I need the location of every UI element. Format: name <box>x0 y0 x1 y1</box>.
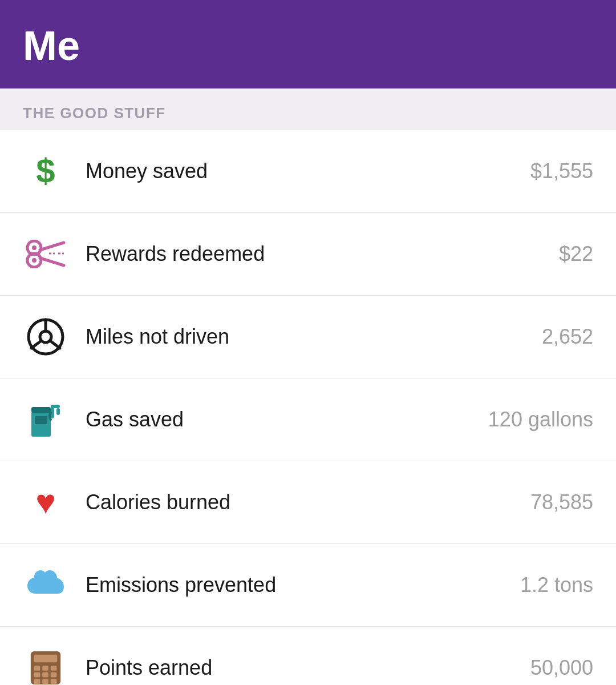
svg-line-4 <box>40 243 64 250</box>
points-earned-label: Points earned <box>86 656 530 680</box>
calculator-icon <box>23 645 68 685</box>
calories-burned-value: 78,585 <box>530 490 593 514</box>
list-item: Emissions prevented 1.2 tons <box>0 544 616 627</box>
svg-rect-27 <box>34 679 40 684</box>
svg-rect-22 <box>42 666 48 671</box>
miles-not-driven-label: Miles not driven <box>86 325 542 349</box>
header: Me <box>0 0 616 88</box>
steering-wheel-icon <box>23 314 68 360</box>
points-earned-value: 50,000 <box>530 656 593 680</box>
money-saved-label: Money saved <box>86 159 530 183</box>
svg-rect-21 <box>34 666 40 671</box>
rewards-redeemed-value: $22 <box>559 242 593 266</box>
emissions-prevented-label: Emissions prevented <box>86 573 520 597</box>
svg-rect-18 <box>31 407 51 413</box>
svg-line-5 <box>40 258 64 265</box>
svg-rect-20 <box>34 655 58 663</box>
list-item: Miles not driven 2,652 <box>0 296 616 378</box>
heart-icon: ♥ <box>23 480 68 525</box>
svg-point-3 <box>32 258 37 263</box>
list-item: Points earned 50,000 <box>0 627 616 685</box>
money-saved-value: $1,555 <box>530 159 593 183</box>
gas-pump-icon <box>23 397 68 442</box>
svg-rect-25 <box>42 672 48 678</box>
scissors-icon <box>23 231 68 277</box>
section-header: THE GOOD STUFF <box>0 88 616 130</box>
page-title: Me <box>23 25 80 66</box>
stats-list: $ Money saved $1,555 Rewards redeemed $2… <box>0 130 616 685</box>
svg-rect-28 <box>42 679 48 684</box>
svg-rect-17 <box>56 408 60 415</box>
list-item: Gas saved 120 gallons <box>0 378 616 461</box>
list-item: Rewards redeemed $22 <box>0 213 616 296</box>
svg-rect-23 <box>51 666 57 671</box>
svg-rect-16 <box>51 405 60 408</box>
svg-rect-14 <box>35 416 47 424</box>
section-label: THE GOOD STUFF <box>23 104 166 122</box>
cloud-icon <box>23 562 68 608</box>
calories-burned-label: Calories burned <box>86 490 530 514</box>
miles-not-driven-value: 2,652 <box>542 325 593 349</box>
emissions-prevented-value: 1.2 tons <box>520 573 593 597</box>
rewards-redeemed-label: Rewards redeemed <box>86 242 559 266</box>
svg-rect-24 <box>34 672 40 678</box>
dollar-icon: $ <box>23 148 68 194</box>
gas-saved-value: 120 gallons <box>488 408 593 432</box>
svg-rect-29 <box>51 679 57 684</box>
svg-point-2 <box>32 245 37 250</box>
svg-rect-26 <box>51 672 57 678</box>
gas-saved-label: Gas saved <box>86 408 488 432</box>
list-item: ♥ Calories burned 78,585 <box>0 461 616 544</box>
svg-line-12 <box>50 341 60 348</box>
svg-line-11 <box>31 341 41 348</box>
list-item: $ Money saved $1,555 <box>0 130 616 213</box>
